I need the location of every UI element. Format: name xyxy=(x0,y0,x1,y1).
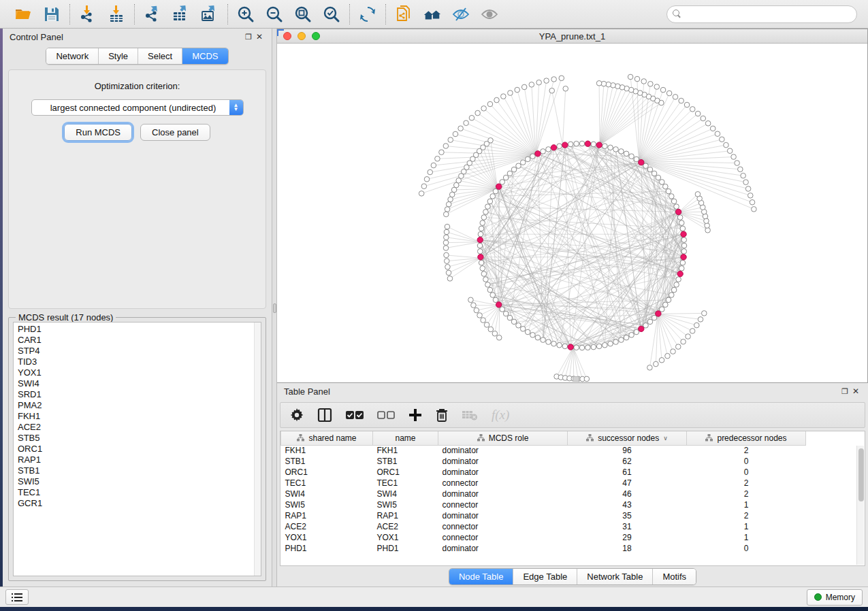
table-vscroll-thumb[interactable] xyxy=(858,448,864,501)
network-hscroll-thumb[interactable] xyxy=(573,376,579,382)
network-canvas[interactable] xyxy=(277,44,867,382)
mcds-result-item[interactable]: STB5 xyxy=(18,433,261,444)
column-header-predecessor-nodes[interactable]: predecessor nodes xyxy=(687,431,806,445)
task-history-button[interactable] xyxy=(5,589,29,605)
split-pane-divider[interactable] xyxy=(272,29,277,587)
mcds-result-item[interactable]: PHD1 xyxy=(18,324,261,335)
mcds-result-title: MCDS result (17 nodes) xyxy=(16,312,116,323)
table-header-row[interactable]: shared namenameMCDS rolesuccessor nodes∨… xyxy=(281,431,866,445)
zoom-selected-icon[interactable] xyxy=(322,5,341,24)
save-session-icon[interactable] xyxy=(42,5,61,24)
mcds-result-item[interactable]: STP4 xyxy=(18,346,261,357)
mcds-result-item[interactable]: RAP1 xyxy=(18,455,261,465)
show-graphics-details-icon[interactable] xyxy=(480,5,499,24)
sort-desc-icon: ∨ xyxy=(663,435,668,442)
export-table-icon[interactable] xyxy=(172,5,191,24)
column-header-shared-name[interactable]: shared name xyxy=(281,431,373,445)
network-window-titlebar[interactable]: YPA_prune.txt_1 xyxy=(277,29,867,44)
table-row[interactable]: PHD1PHD1dominator180 xyxy=(281,543,866,554)
close-table-panel-button[interactable]: ✕ xyxy=(850,386,861,397)
table-row[interactable]: ACE2ACE2connector311 xyxy=(281,521,866,532)
table-cell: RAP1 xyxy=(373,510,438,521)
select-all-icon[interactable] xyxy=(346,406,364,424)
tab-network[interactable]: Network xyxy=(46,48,99,64)
mcds-result-item[interactable]: STB1 xyxy=(18,465,261,476)
import-network-icon[interactable] xyxy=(78,5,97,24)
tab-edge-table[interactable]: Edge Table xyxy=(513,569,577,584)
mcds-result-item[interactable]: YOX1 xyxy=(18,367,261,378)
table-cell: ORC1 xyxy=(281,467,373,478)
table-cell: 46 xyxy=(568,489,687,499)
table-cell: dominator xyxy=(438,510,568,521)
mcds-result-item[interactable]: SWI5 xyxy=(18,476,261,487)
mcds-result-item[interactable]: SWI4 xyxy=(18,378,261,389)
table-cell: FKH1 xyxy=(281,445,373,456)
table-row[interactable]: SWI4SWI4dominator462 xyxy=(281,489,866,499)
home-networks-icon[interactable] xyxy=(423,5,442,24)
table-row[interactable]: SWI5SWI5connector431 xyxy=(281,499,866,510)
tab-motifs[interactable]: Motifs xyxy=(653,569,696,584)
optimization-criterion-dropdown[interactable]: largest connected component (undirected)… xyxy=(31,99,244,116)
export-image-icon[interactable] xyxy=(200,5,219,24)
tab-style[interactable]: Style xyxy=(99,48,138,64)
close-panel-button-mcds[interactable]: Close panel xyxy=(140,124,210,141)
open-file-icon[interactable] xyxy=(14,5,33,24)
float-panel-button[interactable]: ❐ xyxy=(243,31,254,42)
deselect-all-icon[interactable] xyxy=(377,406,395,424)
table-row[interactable]: YOX1YOX1connector291 xyxy=(281,532,866,543)
refresh-icon[interactable] xyxy=(358,5,377,24)
create-column-icon[interactable] xyxy=(408,406,422,424)
float-table-panel-button[interactable]: ❐ xyxy=(839,386,850,397)
close-panel-button[interactable]: ✕ xyxy=(254,31,265,42)
table-cell: 62 xyxy=(568,456,687,467)
zoom-in-icon[interactable] xyxy=(236,5,255,24)
mcds-result-item[interactable]: ACE2 xyxy=(18,422,261,433)
mcds-result-item[interactable]: CAR1 xyxy=(18,335,261,346)
table-cell: FKH1 xyxy=(373,445,438,456)
tab-node-table[interactable]: Node Table xyxy=(449,569,514,584)
mcds-result-item[interactable]: TID3 xyxy=(18,357,261,367)
toggle-columns-icon[interactable] xyxy=(317,406,332,424)
mcds-result-item[interactable]: ORC1 xyxy=(18,444,261,455)
table-row[interactable]: ORC1ORC1dominator610 xyxy=(281,467,866,478)
column-header-MCDS-role[interactable]: MCDS role xyxy=(438,431,568,445)
table-row[interactable]: FKH1FKH1dominator962 xyxy=(281,445,866,456)
mcds-result-item[interactable]: GCR1 xyxy=(18,498,261,509)
mcds-result-item[interactable]: SRD1 xyxy=(18,389,261,400)
tab-mcds[interactable]: MCDS xyxy=(182,48,227,64)
divider-handle[interactable] xyxy=(273,303,276,313)
optimization-criterion-label: Optimization criterion: xyxy=(9,81,266,91)
tab-network-table[interactable]: Network Table xyxy=(577,569,653,584)
share-document-icon[interactable] xyxy=(394,5,413,24)
mcds-result-item[interactable]: PMA2 xyxy=(18,400,261,411)
table-vscroll[interactable] xyxy=(856,446,864,565)
table-cell: 0 xyxy=(687,543,806,554)
tab-select[interactable]: Select xyxy=(138,48,182,64)
zoom-fit-icon[interactable] xyxy=(293,5,312,24)
search-input[interactable] xyxy=(686,9,851,20)
control-panel-tabs: NetworkStyleSelectMCDS xyxy=(46,48,228,65)
import-table-icon[interactable] xyxy=(107,5,126,24)
run-mcds-button[interactable]: Run MCDS xyxy=(64,124,132,141)
mcds-result-list[interactable]: PHD1CAR1STP4TID3YOX1SWI4SRD1PMA2FKH1ACE2… xyxy=(13,322,261,576)
export-network-icon[interactable] xyxy=(143,5,162,24)
memory-button[interactable]: Memory xyxy=(807,589,863,606)
table-cell: ORC1 xyxy=(373,467,438,478)
table-cell: YOX1 xyxy=(281,532,373,543)
zoom-out-icon[interactable] xyxy=(265,5,284,24)
table-row[interactable]: RAP1RAP1dominator352 xyxy=(281,510,866,521)
table-cell: 2 xyxy=(687,489,806,499)
network-title: YPA_prune.txt_1 xyxy=(277,31,867,42)
column-header-successor-nodes[interactable]: successor nodes∨ xyxy=(568,431,687,445)
mcds-result-item[interactable]: FKH1 xyxy=(18,411,261,422)
network-graph[interactable] xyxy=(277,44,867,382)
column-header-name[interactable]: name xyxy=(373,431,438,445)
table-row[interactable]: TEC1TEC1connector472 xyxy=(281,478,866,489)
mcds-result-item[interactable]: TEC1 xyxy=(18,487,261,498)
hide-graphics-details-icon[interactable] xyxy=(451,5,470,24)
delete-column-icon[interactable] xyxy=(436,406,448,424)
search-field[interactable] xyxy=(666,5,857,23)
table-settings-gear-icon[interactable] xyxy=(290,406,304,424)
mcds-list-scrollbar[interactable] xyxy=(254,323,261,576)
table-row[interactable]: STB1STB1dominator620 xyxy=(281,456,866,467)
